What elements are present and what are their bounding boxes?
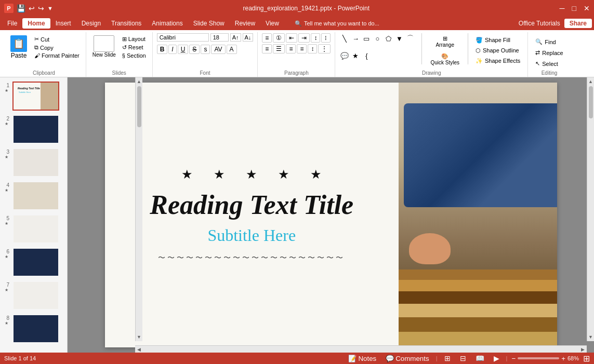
underline-button[interactable]: U xyxy=(178,45,189,54)
menu-design[interactable]: Design xyxy=(76,18,106,29)
font-color-button[interactable]: A xyxy=(227,45,237,54)
columns-button[interactable]: ⫶ xyxy=(321,33,331,43)
align-left-button[interactable]: ≡ xyxy=(262,44,272,53)
vertical-scrollbar[interactable]: ▲ ▼ xyxy=(135,77,142,341)
numbering-button[interactable]: ① xyxy=(273,33,285,43)
smartart-button[interactable]: ⋮ xyxy=(318,44,331,53)
slide-thumbnail-3[interactable]: 3 ★ xyxy=(2,148,65,177)
curve-shape[interactable]: ⌒ xyxy=(405,33,415,44)
zoom-out-button[interactable]: − xyxy=(511,355,516,362)
fit-to-window-button[interactable]: ⊞ xyxy=(583,354,590,363)
font-size-input[interactable] xyxy=(210,33,229,42)
line-shape[interactable]: ╲ xyxy=(339,33,350,44)
quick-styles-button[interactable]: 🎨 Quick Styles xyxy=(426,51,464,68)
arrange-button[interactable]: ⊞ Arrange xyxy=(426,33,464,50)
strikethrough-button[interactable]: S xyxy=(189,45,200,54)
new-slide-button[interactable]: New Slide xyxy=(90,33,118,60)
menu-slideshow[interactable]: Slide Show xyxy=(188,18,230,29)
rect-shape[interactable]: ▭ xyxy=(361,33,372,44)
slide-thumbnail-4[interactable]: 4 ★ xyxy=(2,181,65,210)
indent-more-button[interactable]: ⇥ xyxy=(298,33,310,43)
scroll-right-arrow[interactable]: ▶ xyxy=(579,346,587,353)
slideshow-view-button[interactable]: ▶ xyxy=(491,354,502,363)
brace-shape[interactable]: { xyxy=(361,51,372,61)
section-button[interactable]: § Section xyxy=(120,52,148,59)
copy-button[interactable]: ⧉ Copy xyxy=(32,44,82,51)
shape-outline-button[interactable]: ⬡ Shape Outline xyxy=(472,46,523,55)
minimize-button[interactable]: ─ xyxy=(560,4,565,12)
normal-view-button[interactable]: ⊞ xyxy=(442,354,453,363)
redo-icon[interactable]: ↪ xyxy=(38,4,44,12)
menu-insert[interactable]: Insert xyxy=(50,18,76,29)
find-button[interactable]: 🔍 Find xyxy=(532,37,566,46)
slide-thumbnail-7[interactable]: 7 ★ xyxy=(2,281,65,310)
menu-view[interactable]: View xyxy=(260,18,284,29)
tell-me-bar[interactable]: 🔍 Tell me what you want to do... xyxy=(289,19,385,29)
slide-thumbnail-6[interactable]: 6 ★ xyxy=(2,248,65,277)
select-button[interactable]: ↖ Select xyxy=(532,59,566,68)
slide-title[interactable]: Reading Text Title xyxy=(150,190,353,220)
shape-fill-button[interactable]: 🪣 Shape Fill xyxy=(472,36,523,45)
scroll-left-arrow[interactable]: ◀ xyxy=(135,346,143,353)
office-tutorials-link[interactable]: Office Tutorials xyxy=(519,20,560,27)
italic-button[interactable]: I xyxy=(168,45,176,54)
scroll-up-arrow[interactable]: ▲ xyxy=(135,77,143,86)
right-scroll-down[interactable]: ▼ xyxy=(587,333,594,341)
slide-sorter-button[interactable]: ⊟ xyxy=(457,354,469,363)
bottom-scrollbar[interactable]: ◀ ▶ xyxy=(135,345,587,353)
indent-less-button[interactable]: ⇤ xyxy=(286,33,297,43)
share-button[interactable]: Share xyxy=(564,19,592,28)
format-painter-button[interactable]: 🖌 Format Painter xyxy=(32,52,82,59)
reading-view-button[interactable]: 📖 xyxy=(473,354,487,363)
justify-button[interactable]: ≡ xyxy=(297,44,307,53)
slide-thumbnail-2[interactable]: 2 ★ xyxy=(2,115,65,144)
menu-transitions[interactable]: Transitions xyxy=(106,18,147,29)
menu-animations[interactable]: Animations xyxy=(147,18,188,29)
bullets-button[interactable]: ≡ xyxy=(262,33,272,43)
slide-thumbnail-5[interactable]: 5 ★ xyxy=(2,214,65,244)
reset-button[interactable]: ↺ Reset xyxy=(120,44,148,51)
circle-shape[interactable]: ○ xyxy=(372,33,382,44)
text-dir-button[interactable]: ↕ xyxy=(311,33,320,43)
comments-button[interactable]: 💬 Comments xyxy=(383,354,431,363)
font-name-input[interactable] xyxy=(157,33,209,42)
shadow-button[interactable]: s xyxy=(201,45,210,54)
align-center-button[interactable]: ☰ xyxy=(273,44,285,53)
line-spacing-button[interactable]: ↕ xyxy=(308,44,317,53)
cut-button[interactable]: ✂ Cut xyxy=(32,35,82,43)
right-scrollbar[interactable]: ▲ ▼ xyxy=(587,77,594,341)
scroll-down-arrow[interactable]: ▼ xyxy=(135,333,143,341)
shape-effects-button[interactable]: ✨ Shape Effects xyxy=(472,57,523,65)
menu-home[interactable]: Home xyxy=(22,18,50,29)
quick-access-customize[interactable]: ▼ xyxy=(47,5,53,11)
replace-button[interactable]: ⇄ Replace xyxy=(532,48,566,57)
decrease-font-button[interactable]: A↓ xyxy=(243,33,254,42)
pentagon-shape[interactable]: ⬠ xyxy=(383,33,393,44)
zoom-slider[interactable] xyxy=(518,357,559,359)
close-button[interactable]: ✕ xyxy=(584,4,590,12)
star-4: ★ xyxy=(278,167,289,182)
zoom-in-button[interactable]: + xyxy=(561,355,565,362)
maximize-button[interactable]: □ xyxy=(572,4,576,12)
arrow-shape[interactable]: → xyxy=(350,33,361,44)
star-shape[interactable]: ★ xyxy=(350,51,361,61)
slide-star-5: ★ xyxy=(5,221,8,226)
bold-button[interactable]: B xyxy=(157,45,168,54)
save-icon[interactable]: 💾 xyxy=(17,4,25,12)
menu-review[interactable]: Review xyxy=(230,18,260,29)
slide-thumbnail-1[interactable]: 1 ★ Reading Text Title Subtitle Here xyxy=(2,82,65,111)
notes-button[interactable]: 📝 Notes xyxy=(346,354,379,363)
menu-file[interactable]: File xyxy=(2,18,22,29)
char-spacing-button[interactable]: AV xyxy=(211,45,225,54)
align-right-button[interactable]: ≡ xyxy=(286,44,296,53)
increase-font-button[interactable]: A↑ xyxy=(230,33,241,42)
more-shapes[interactable]: ▼ xyxy=(394,33,404,44)
right-scroll-up[interactable]: ▲ xyxy=(587,77,594,86)
slide-subtitle[interactable]: Subtitle Here xyxy=(207,226,296,245)
shape-effects-label: Shape Effects xyxy=(485,58,520,64)
slide-thumbnail-8[interactable]: 8 ★ xyxy=(2,314,65,343)
callout-shape[interactable]: 💬 xyxy=(339,51,350,61)
layout-button[interactable]: ⊞ Layout xyxy=(120,35,148,43)
paste-button[interactable]: 📋 Paste xyxy=(6,33,31,61)
undo-icon[interactable]: ↩ xyxy=(29,4,35,12)
